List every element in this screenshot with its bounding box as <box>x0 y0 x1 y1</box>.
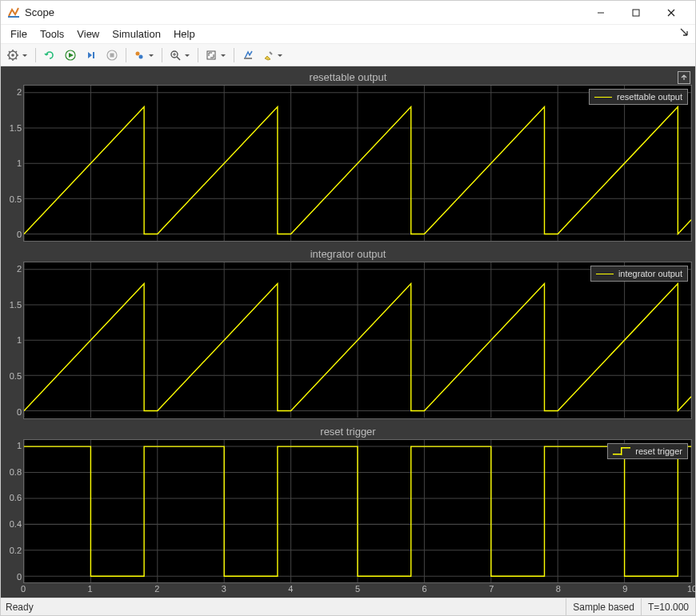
subplot-2: integrator output 00.511.52 integrator o… <box>4 246 692 418</box>
svg-point-6 <box>11 54 14 57</box>
legend-label: reset trigger <box>635 446 682 456</box>
shared-xaxis: 012345678910 <box>4 583 692 596</box>
dock-arrow-icon[interactable] <box>679 27 689 39</box>
highlight-button[interactable] <box>259 46 286 64</box>
svg-line-12 <box>16 58 18 59</box>
subplot-3-title: reset trigger <box>4 424 692 439</box>
subplot-2-legend[interactable]: integrator output <box>590 266 688 282</box>
subplot-3-yaxis: 00.20.40.60.81 <box>4 439 23 583</box>
subplot-2-axes[interactable]: integrator output <box>23 262 692 418</box>
stop-button[interactable] <box>102 46 122 64</box>
svg-line-14 <box>9 58 10 59</box>
svg-line-24 <box>177 57 180 60</box>
subplot-2-title: integrator output <box>4 246 692 262</box>
svg-point-21 <box>136 51 140 55</box>
legend-label: resettable output <box>617 92 682 102</box>
subplot-1-yaxis: 00.511.52 <box>4 85 23 242</box>
svg-line-30 <box>270 52 272 54</box>
autoscale-button[interactable] <box>202 46 230 64</box>
zoom-button[interactable] <box>166 46 194 64</box>
svg-line-11 <box>9 51 10 53</box>
svg-marker-16 <box>69 53 74 58</box>
trigger-button[interactable] <box>130 46 158 64</box>
subplot-3-legend[interactable]: reset trigger <box>607 443 688 459</box>
menu-help[interactable]: Help <box>167 26 202 42</box>
menu-simulation[interactable]: Simulation <box>106 26 167 42</box>
step-forward-button[interactable] <box>82 46 101 64</box>
restart-button[interactable] <box>40 46 59 64</box>
subplot-1: resettable output 00.511.52 resettable o… <box>4 70 692 242</box>
menubar: File Tools View Simulation Help <box>1 25 695 44</box>
menu-view[interactable]: View <box>70 26 106 42</box>
subplot-3: reset trigger 00.20.40.60.81 reset trigg… <box>4 424 692 596</box>
legend-label: integrator output <box>618 269 682 278</box>
svg-rect-0 <box>8 16 19 18</box>
svg-line-13 <box>16 51 18 53</box>
run-button[interactable] <box>61 46 80 64</box>
svg-rect-28 <box>244 58 252 59</box>
svg-marker-17 <box>88 52 92 58</box>
subplot-1-legend[interactable]: resettable output <box>589 89 688 105</box>
close-button[interactable] <box>654 1 689 25</box>
status-time: T=10.000 <box>641 598 695 615</box>
status-ready: Ready <box>1 602 566 613</box>
svg-rect-20 <box>110 53 114 57</box>
toolbar <box>1 44 695 66</box>
svg-point-22 <box>139 54 143 58</box>
legend-step-swatch-icon <box>613 447 630 455</box>
subplot-3-axes[interactable]: reset trigger <box>23 439 692 583</box>
subplot-1-axes[interactable]: resettable output <box>23 85 692 242</box>
expand-axes-icon[interactable] <box>678 71 690 84</box>
statusbar: Ready Sample based T=10.000 <box>1 598 695 615</box>
legend-swatch-icon <box>594 97 612 98</box>
legend-swatch-icon <box>596 274 614 274</box>
svg-rect-18 <box>93 52 94 58</box>
subplot-2-yaxis: 00.511.52 <box>4 262 23 418</box>
titlebar: Scope <box>1 1 695 25</box>
plot-area: resettable output 00.511.52 resettable o… <box>1 66 695 598</box>
svg-marker-29 <box>265 56 270 60</box>
app-logo-icon <box>7 6 20 19</box>
minimize-button[interactable] <box>583 1 618 25</box>
cursor-measure-button[interactable] <box>238 46 258 64</box>
configure-button[interactable] <box>4 46 31 64</box>
svg-rect-2 <box>633 10 639 16</box>
subplot-1-title: resettable output <box>4 70 692 85</box>
menu-file[interactable]: File <box>4 26 34 42</box>
menu-tools[interactable]: Tools <box>34 26 70 42</box>
status-mode: Sample based <box>566 598 641 615</box>
maximize-button[interactable] <box>618 1 654 25</box>
window-title: Scope <box>25 6 54 18</box>
